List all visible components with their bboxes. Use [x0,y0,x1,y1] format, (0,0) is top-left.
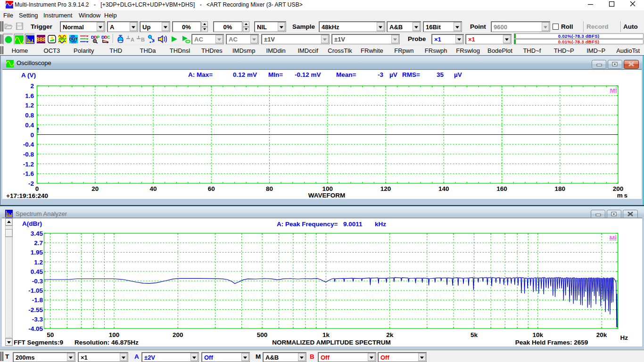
svg-text:C: C [107,35,110,40]
svg-text:1.6: 1.6 [25,92,34,99]
svg-text:100: 100 [322,185,333,192]
svg-text:50: 50 [47,331,54,338]
svg-text:-0.4: -0.4 [23,141,34,148]
svg-text:160: 160 [496,185,507,192]
svg-text:140: 140 [438,185,449,192]
svg-text:-1.05: -1.05 [28,287,43,294]
svg-text:5k: 5k [471,331,478,338]
svg-text:1.2: 1.2 [25,102,34,109]
svg-text:35: 35 [437,71,444,78]
svg-text:-0.3: -0.3 [32,278,43,285]
svg-text:Hz: Hz [620,334,628,341]
svg-text:0.8: 0.8 [25,112,34,119]
svg-text:-2: -2 [28,180,34,187]
svg-text:200: 200 [173,331,183,338]
svg-text:-1.8: -1.8 [32,296,43,304]
svg-text:1.2: 1.2 [34,259,43,266]
svg-text:0: 0 [35,185,39,192]
svg-text:µV: µV [454,71,462,78]
svg-text:Mean=: Mean= [336,71,356,78]
svg-text:NORMALIZED AMPLITUDE SPECTRUM: NORMALIZED AMPLITUDE SPECTRUM [272,339,391,346]
svg-text:-0.12 mV: -0.12 mV [295,71,321,78]
svg-text:-0.8: -0.8 [23,151,34,158]
svg-text:B: B [141,37,145,42]
svg-text:0.12 mV: 0.12 mV [233,71,257,78]
svg-text:kHz: kHz [375,221,386,228]
svg-text:A: Max=: A: Max= [188,71,213,78]
svg-text:80: 80 [266,185,273,192]
svg-text:2.7: 2.7 [34,239,43,247]
svg-text:m s: m s [617,192,627,199]
svg-text:0: 0 [30,132,34,139]
svg-text:200: 200 [613,185,624,192]
svg-text:-2.55: -2.55 [28,306,43,313]
svg-text:888: 888 [37,36,45,43]
svg-text:20k: 20k [596,331,607,338]
svg-text:µV: µV [389,71,397,78]
svg-text:120: 120 [380,185,391,192]
svg-text:100: 100 [109,331,120,338]
svg-text:FFT Segments:9: FFT Segments:9 [14,339,63,346]
svg-text:-1.2: -1.2 [23,161,34,168]
svg-text:-1.6: -1.6 [23,170,34,177]
svg-text:A(dBr): A(dBr) [22,220,42,227]
svg-text:9.0011: 9.0011 [343,221,363,228]
svg-text:20: 20 [91,185,99,192]
svg-text:P: P [97,35,99,40]
svg-text:A: A [131,37,134,42]
svg-text:0.4: 0.4 [25,122,34,129]
svg-text:WAVEFORM: WAVEFORM [308,192,346,199]
svg-text:40: 40 [149,185,157,192]
svg-text:MIn=: MIn= [268,71,283,78]
svg-text:3.45: 3.45 [31,230,43,237]
svg-text:10k: 10k [533,331,544,338]
svg-text:500: 500 [257,331,268,338]
svg-text:1.95: 1.95 [31,249,43,256]
svg-text:60: 60 [208,185,215,192]
svg-text:2k: 2k [386,331,394,338]
svg-text:A (V): A (V) [21,72,36,79]
svg-text:2: 2 [30,82,34,90]
svg-text:0.45: 0.45 [31,268,43,275]
svg-text:000: 000 [71,41,76,43]
svg-text:-4.05: -4.05 [28,325,43,332]
svg-text:RMS=: RMS= [402,71,420,78]
svg-text:180: 180 [555,185,566,192]
svg-text:-3.3: -3.3 [32,316,43,323]
svg-text:A: Peak Frequency=: A: Peak Frequency= [277,221,338,228]
svg-text:Resolution: 46.875Hz: Resolution: 46.875Hz [74,339,139,346]
svg-text:-3: -3 [378,71,383,78]
svg-text:+17:19:16:240: +17:19:16:240 [6,192,48,199]
svg-text:1k: 1k [322,331,330,338]
svg-text:Peak Held Frames: 2659: Peak Held Frames: 2659 [515,339,588,346]
